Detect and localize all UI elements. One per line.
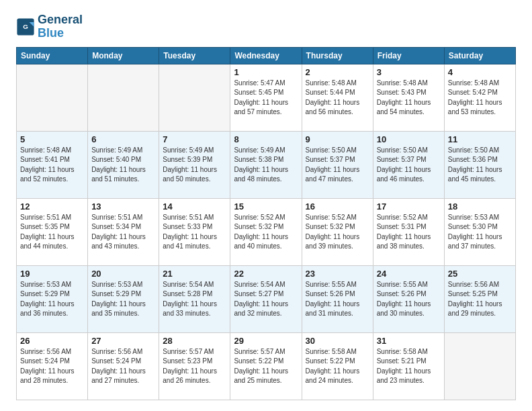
- calendar-day-cell: 21Sunrise: 5:54 AM Sunset: 5:28 PM Dayli…: [159, 265, 230, 332]
- day-info: Sunrise: 5:55 AM Sunset: 5:26 PM Dayligh…: [377, 280, 441, 319]
- day-number: 12: [20, 201, 84, 212]
- day-number: 29: [234, 336, 298, 346]
- day-number: 23: [306, 269, 369, 279]
- calendar-day-cell: [444, 332, 515, 400]
- day-number: 8: [234, 134, 298, 144]
- day-info: Sunrise: 5:50 AM Sunset: 5:37 PM Dayligh…: [377, 146, 441, 185]
- calendar-header-cell: Friday: [373, 47, 444, 64]
- calendar-day-cell: 22Sunrise: 5:54 AM Sunset: 5:27 PM Dayli…: [230, 265, 302, 332]
- day-info: Sunrise: 5:58 AM Sunset: 5:21 PM Dayligh…: [377, 347, 441, 386]
- day-number: 3: [377, 67, 441, 77]
- calendar-day-cell: 28Sunrise: 5:57 AM Sunset: 5:23 PM Dayli…: [159, 332, 230, 400]
- calendar-day-cell: 16Sunrise: 5:52 AM Sunset: 5:32 PM Dayli…: [302, 198, 373, 265]
- calendar-day-cell: 1Sunrise: 5:47 AM Sunset: 5:45 PM Daylig…: [230, 64, 302, 131]
- calendar-day-cell: 20Sunrise: 5:53 AM Sunset: 5:29 PM Dayli…: [88, 265, 159, 332]
- day-info: Sunrise: 5:50 AM Sunset: 5:37 PM Dayligh…: [306, 146, 369, 185]
- calendar-day-cell: 31Sunrise: 5:58 AM Sunset: 5:21 PM Dayli…: [373, 332, 444, 400]
- logo: G General Blue: [16, 13, 83, 40]
- calendar-table: SundayMondayTuesdayWednesdayThursdayFrid…: [16, 47, 516, 400]
- calendar-day-cell: 15Sunrise: 5:52 AM Sunset: 5:32 PM Dayli…: [230, 198, 302, 265]
- calendar-day-cell: 8Sunrise: 5:49 AM Sunset: 5:38 PM Daylig…: [230, 131, 302, 198]
- day-info: Sunrise: 5:53 AM Sunset: 5:29 PM Dayligh…: [91, 280, 155, 319]
- day-number: 24: [377, 269, 441, 279]
- day-number: 6: [91, 134, 155, 144]
- calendar-day-cell: 14Sunrise: 5:51 AM Sunset: 5:33 PM Dayli…: [159, 198, 230, 265]
- calendar-header-cell: Sunday: [17, 47, 88, 64]
- day-info: Sunrise: 5:51 AM Sunset: 5:33 PM Dayligh…: [163, 213, 226, 252]
- day-info: Sunrise: 5:57 AM Sunset: 5:22 PM Dayligh…: [234, 347, 298, 386]
- day-info: Sunrise: 5:53 AM Sunset: 5:29 PM Dayligh…: [20, 280, 84, 319]
- svg-text:G: G: [23, 23, 28, 30]
- calendar-day-cell: 6Sunrise: 5:49 AM Sunset: 5:40 PM Daylig…: [88, 131, 159, 198]
- day-number: 19: [20, 269, 84, 279]
- calendar-day-cell: 25Sunrise: 5:56 AM Sunset: 5:25 PM Dayli…: [444, 265, 515, 332]
- day-number: 11: [448, 134, 512, 144]
- calendar-day-cell: 11Sunrise: 5:50 AM Sunset: 5:36 PM Dayli…: [444, 131, 515, 198]
- calendar-day-cell: 7Sunrise: 5:49 AM Sunset: 5:39 PM Daylig…: [159, 131, 230, 198]
- day-info: Sunrise: 5:49 AM Sunset: 5:38 PM Dayligh…: [234, 146, 298, 185]
- day-info: Sunrise: 5:49 AM Sunset: 5:39 PM Dayligh…: [163, 146, 226, 185]
- day-number: 9: [306, 134, 369, 144]
- day-number: 31: [377, 336, 441, 346]
- day-number: 4: [448, 67, 512, 77]
- logo-text-line1: General: [38, 13, 83, 27]
- calendar-header-row: SundayMondayTuesdayWednesdayThursdayFrid…: [17, 47, 516, 64]
- day-number: 18: [448, 201, 512, 212]
- calendar-week-row: 19Sunrise: 5:53 AM Sunset: 5:29 PM Dayli…: [17, 265, 516, 332]
- calendar-day-cell: 27Sunrise: 5:56 AM Sunset: 5:24 PM Dayli…: [88, 332, 159, 400]
- day-info: Sunrise: 5:48 AM Sunset: 5:43 PM Dayligh…: [377, 79, 441, 118]
- calendar-day-cell: [88, 64, 159, 131]
- day-number: 27: [91, 336, 155, 346]
- calendar-day-cell: 26Sunrise: 5:56 AM Sunset: 5:24 PM Dayli…: [17, 332, 88, 400]
- day-info: Sunrise: 5:51 AM Sunset: 5:35 PM Dayligh…: [20, 213, 84, 252]
- calendar-header-cell: Thursday: [302, 47, 373, 64]
- day-number: 30: [306, 336, 369, 346]
- day-info: Sunrise: 5:54 AM Sunset: 5:27 PM Dayligh…: [234, 280, 298, 319]
- calendar-day-cell: 17Sunrise: 5:52 AM Sunset: 5:31 PM Dayli…: [373, 198, 444, 265]
- calendar-day-cell: 30Sunrise: 5:58 AM Sunset: 5:22 PM Dayli…: [302, 332, 373, 400]
- calendar-week-row: 26Sunrise: 5:56 AM Sunset: 5:24 PM Dayli…: [17, 332, 516, 400]
- calendar-day-cell: 2Sunrise: 5:48 AM Sunset: 5:44 PM Daylig…: [302, 64, 373, 131]
- calendar-day-cell: 3Sunrise: 5:48 AM Sunset: 5:43 PM Daylig…: [373, 64, 444, 131]
- day-number: 17: [377, 201, 441, 212]
- day-info: Sunrise: 5:55 AM Sunset: 5:26 PM Dayligh…: [306, 280, 369, 319]
- calendar-day-cell: 23Sunrise: 5:55 AM Sunset: 5:26 PM Dayli…: [302, 265, 373, 332]
- day-info: Sunrise: 5:57 AM Sunset: 5:23 PM Dayligh…: [163, 347, 226, 386]
- day-info: Sunrise: 5:58 AM Sunset: 5:22 PM Dayligh…: [306, 347, 369, 386]
- calendar-week-row: 5Sunrise: 5:48 AM Sunset: 5:41 PM Daylig…: [17, 131, 516, 198]
- day-info: Sunrise: 5:48 AM Sunset: 5:44 PM Dayligh…: [306, 79, 369, 118]
- day-info: Sunrise: 5:47 AM Sunset: 5:45 PM Dayligh…: [234, 79, 298, 118]
- calendar-day-cell: 13Sunrise: 5:51 AM Sunset: 5:34 PM Dayli…: [88, 198, 159, 265]
- calendar-day-cell: 4Sunrise: 5:48 AM Sunset: 5:42 PM Daylig…: [444, 64, 515, 131]
- calendar-header-cell: Wednesday: [230, 47, 302, 64]
- day-number: 14: [163, 201, 226, 212]
- day-number: 20: [91, 269, 155, 279]
- day-info: Sunrise: 5:52 AM Sunset: 5:32 PM Dayligh…: [306, 213, 369, 252]
- day-info: Sunrise: 5:48 AM Sunset: 5:41 PM Dayligh…: [20, 146, 84, 185]
- day-info: Sunrise: 5:50 AM Sunset: 5:36 PM Dayligh…: [448, 146, 512, 185]
- day-info: Sunrise: 5:56 AM Sunset: 5:25 PM Dayligh…: [448, 280, 512, 319]
- calendar-header-cell: Saturday: [444, 47, 515, 64]
- day-info: Sunrise: 5:48 AM Sunset: 5:42 PM Dayligh…: [448, 79, 512, 118]
- calendar-day-cell: 12Sunrise: 5:51 AM Sunset: 5:35 PM Dayli…: [17, 198, 88, 265]
- calendar-day-cell: 29Sunrise: 5:57 AM Sunset: 5:22 PM Dayli…: [230, 332, 302, 400]
- calendar-day-cell: [17, 64, 88, 131]
- day-number: 10: [377, 134, 441, 144]
- day-number: 16: [306, 201, 369, 212]
- day-info: Sunrise: 5:52 AM Sunset: 5:32 PM Dayligh…: [234, 213, 298, 252]
- calendar-header-cell: Tuesday: [159, 47, 230, 64]
- day-number: 26: [20, 336, 84, 346]
- calendar-day-cell: [159, 64, 230, 131]
- calendar-day-cell: 19Sunrise: 5:53 AM Sunset: 5:29 PM Dayli…: [17, 265, 88, 332]
- logo-icon: G: [16, 17, 35, 36]
- calendar-header-cell: Monday: [88, 47, 159, 64]
- logo-text-line2: Blue: [38, 27, 83, 40]
- day-number: 2: [306, 67, 369, 77]
- day-number: 13: [91, 201, 155, 212]
- day-info: Sunrise: 5:56 AM Sunset: 5:24 PM Dayligh…: [91, 347, 155, 386]
- calendar-week-row: 12Sunrise: 5:51 AM Sunset: 5:35 PM Dayli…: [17, 198, 516, 265]
- day-info: Sunrise: 5:56 AM Sunset: 5:24 PM Dayligh…: [20, 347, 84, 386]
- day-info: Sunrise: 5:51 AM Sunset: 5:34 PM Dayligh…: [91, 213, 155, 252]
- calendar-week-row: 1Sunrise: 5:47 AM Sunset: 5:45 PM Daylig…: [17, 64, 516, 131]
- day-info: Sunrise: 5:49 AM Sunset: 5:40 PM Dayligh…: [91, 146, 155, 185]
